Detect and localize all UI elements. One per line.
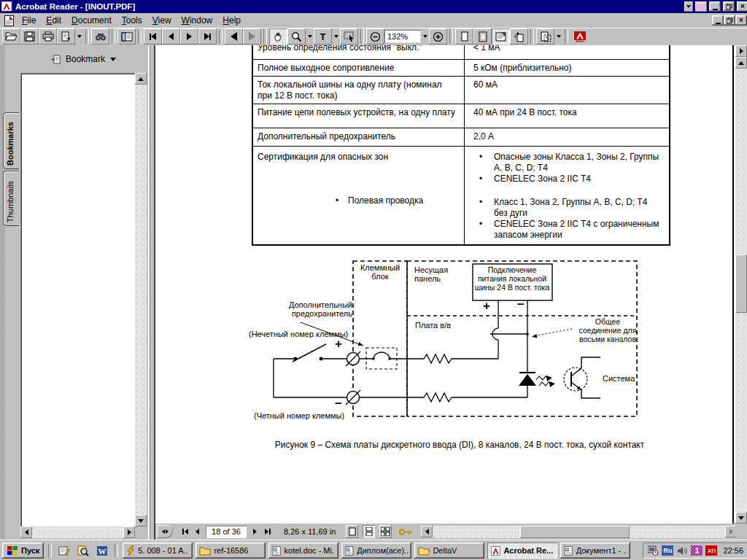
menu-help[interactable]: Help [217,14,246,27]
doc-close-button[interactable]: × [735,15,747,26]
zoom-tool-dropdown[interactable] [306,28,314,44]
navigation-pane-button[interactable] [117,28,136,44]
security-key-icon[interactable] [398,525,414,538]
export-dropdown[interactable] [75,28,83,44]
next-page-button[interactable] [249,525,261,538]
fit-page-button[interactable] [473,28,492,44]
ati-tray-icon[interactable]: ATI [705,545,717,556]
bookmark-header-dropdown-icon[interactable] [110,58,116,61]
display-monitor-icon[interactable]: 1 [691,545,703,556]
document-page[interactable]: Уровень определения состояния "выкл." < … [155,45,735,524]
first-page-button[interactable] [179,525,191,538]
volume-icon[interactable] [676,545,688,556]
scroll-up-button[interactable] [735,57,747,69]
last-page-button[interactable] [261,525,274,538]
zoom-level-dropdown[interactable] [421,28,429,44]
previous-view-button[interactable] [225,28,243,44]
menu-file[interactable]: File [17,14,41,27]
first-page-button[interactable] [144,28,162,44]
document-hscrollbar[interactable] [421,526,737,538]
zoom-tool-button[interactable] [287,28,306,44]
text-select-tool-button[interactable]: T [314,28,332,44]
adobe-logo[interactable]: Adobe [570,28,589,44]
titlebar-dropdown-button[interactable] [684,1,693,12]
continuous-facing-button[interactable] [379,525,392,538]
taskbar-item-word-diplom[interactable]: W Диплом(асе).... [341,542,411,559]
quicklaunch-desktop-icon[interactable] [56,542,72,559]
language-indicator[interactable]: Ru [662,545,673,556]
export-button[interactable] [57,28,75,44]
quicklaunch-viewer-icon[interactable] [75,542,91,559]
snapshot-button[interactable] [536,28,554,44]
zoom-level-input[interactable]: 132% [384,30,421,43]
title-bar[interactable]: Acrobat Reader - [INOUT.PDF] × [0,0,747,13]
word-doc-icon: W [345,545,354,556]
scroll-thumb[interactable] [520,526,630,538]
hand-tool-button[interactable] [269,28,287,44]
fit-width-button[interactable] [492,28,510,44]
close-button[interactable]: × [737,1,747,12]
last-page-button[interactable] [198,28,217,44]
save-button[interactable] [20,28,39,44]
taskbar-item-folder-deltav[interactable]: DeltaV [414,542,484,559]
minimize-button[interactable] [709,1,721,12]
scroll-track[interactable] [735,69,747,512]
task-scheduler-icon[interactable] [647,545,659,556]
next-view-button[interactable] [243,28,261,44]
taskbar-item-archive[interactable]: 5. 008 - 01 A... [123,542,193,559]
scroll-track[interactable] [433,526,725,538]
single-page-button[interactable] [346,525,358,538]
menu-tools[interactable]: Tools [117,14,147,27]
pdf-doc-icon[interactable] [4,15,14,26]
splitter-toggle-button[interactable] [157,525,173,538]
tab-thumbnails[interactable]: Thumbnails [3,171,19,226]
tab-bookmarks[interactable]: Bookmarks [3,112,19,169]
scroll-down-button[interactable] [735,512,747,524]
bookmarks-vscrollbar[interactable] [135,73,147,526]
titlebar-utility-button[interactable] [695,1,707,12]
open-button[interactable] [2,28,20,44]
find-button[interactable] [91,28,109,44]
menu-document[interactable]: Document [66,14,117,27]
scroll-track[interactable] [135,85,147,515]
scroll-track[interactable] [32,526,123,538]
zoom-in-button[interactable] [429,28,447,44]
doc-restore-button[interactable] [724,15,735,26]
scroll-thumb[interactable] [735,254,747,313]
taskbar-item-word-document1[interactable]: W Документ1 - ... [560,542,630,559]
taskbar-item-word-kotel[interactable]: W kotel.doc - Mi... [268,542,338,559]
prev-page-button[interactable] [162,28,180,44]
snapshot-dropdown[interactable] [554,28,562,44]
scroll-menu-button[interactable] [735,45,747,57]
scroll-down-button[interactable] [135,515,147,526]
menu-window[interactable]: Window [177,14,218,27]
rotate-view-button[interactable] [510,28,528,44]
taskbar-item-acrobat[interactable]: Acrobat Re... [487,542,557,559]
scroll-up-button[interactable] [135,73,147,85]
bookmark-header-label[interactable]: Bookmark [66,54,105,64]
zoom-out-button[interactable] [366,28,384,44]
next-page-button[interactable] [180,28,198,44]
graphics-select-tool-button[interactable] [340,28,358,44]
prev-page-button[interactable] [191,525,204,538]
menu-view[interactable]: View [147,14,177,27]
page-indicator[interactable]: 18 of 36 [206,526,247,538]
doc-minimize-button[interactable] [712,15,724,26]
scroll-left-button[interactable] [20,526,32,538]
bookmarks-list[interactable] [20,73,135,526]
scroll-left-button[interactable] [421,526,433,537]
menu-edit[interactable]: Edit [41,14,66,27]
document-vscrollbar[interactable] [735,45,747,524]
continuous-button[interactable] [363,525,375,538]
text-select-dropdown[interactable] [332,28,340,44]
actual-size-button[interactable] [455,28,473,44]
scroll-right-button[interactable] [123,526,135,538]
bookmarks-hscrollbar[interactable] [20,526,135,538]
start-button[interactable]: Пуск [2,542,44,559]
pane-splitter[interactable] [148,45,155,540]
bookmark-menu-icon[interactable] [51,55,61,64]
taskbar-item-folder-ref[interactable]: ref-16586 [196,542,266,559]
restore-button[interactable] [723,1,735,12]
quicklaunch-word-icon[interactable]: W [94,542,110,559]
print-button[interactable] [39,28,57,44]
